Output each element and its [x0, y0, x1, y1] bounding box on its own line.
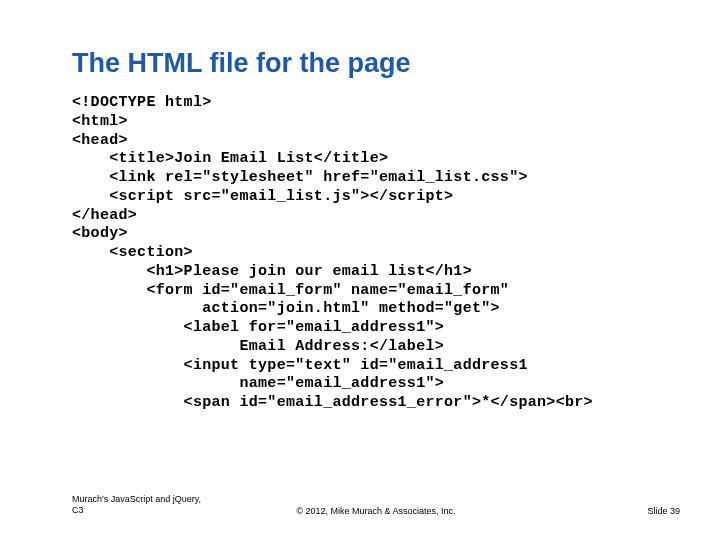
slide-title: The HTML file for the page [72, 48, 660, 79]
slide: The HTML file for the page <!DOCTYPE htm… [0, 0, 720, 540]
code-block: <!DOCTYPE html> <html> <head> <title>Joi… [72, 94, 660, 413]
footer-left-line1: Murach's JavaScript and jQuery, [72, 494, 201, 504]
footer-center: © 2012, Mike Murach & Associates, Inc. [72, 506, 680, 516]
footer-right: Slide 39 [647, 506, 680, 516]
